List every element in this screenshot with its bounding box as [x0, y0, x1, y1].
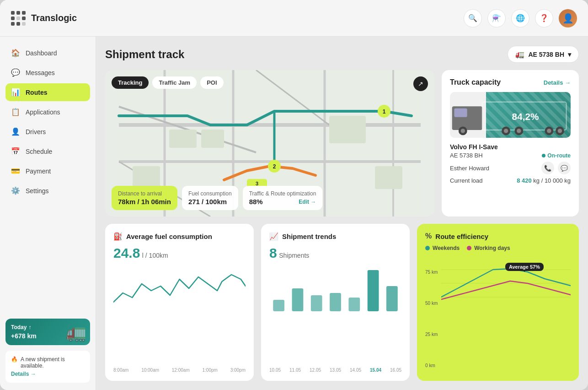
map-tab-poi[interactable]: POI	[200, 76, 223, 89]
truck-silhouette-icon: 🚛	[66, 323, 86, 342]
svg-text:84,2%: 84,2%	[512, 111, 539, 122]
fuel-chart	[113, 265, 246, 361]
driver-row: Esther Howard 📞 💬	[450, 160, 571, 176]
svg-rect-36	[273, 300, 284, 311]
sidebar-item-messages[interactable]: 💬 Messages	[5, 64, 90, 81]
fire-icon: 🔥	[11, 356, 18, 363]
truck-visual: 84,2%	[450, 92, 571, 138]
truck-plate: AE 5738 BH	[450, 152, 483, 159]
x-label-0: 8:00am	[113, 368, 128, 373]
traffic-card: Traffic & Route optimization 88% Edit →	[243, 186, 323, 210]
sidebar-label-payment: Payment	[26, 168, 51, 175]
truck-capacity-title: Truck capacity	[450, 78, 501, 87]
shipment-card-header: 📈 Shipment trends	[269, 232, 401, 241]
app-name: Translogic	[31, 13, 77, 23]
topbar-actions: 🔍 ⚗️ 🌐 ❓ 👤	[464, 9, 577, 27]
route-card-header: % Route efficiency	[425, 232, 571, 240]
new-shipment-details[interactable]: Details →	[11, 371, 85, 377]
sidebar-item-settings[interactable]: ⚙️ Settings	[5, 182, 90, 200]
phone-button[interactable]: 📞	[541, 162, 554, 174]
truck-capacity-panel: Truck capacity Details →	[442, 70, 579, 217]
search-button[interactable]: 🔍	[464, 9, 482, 27]
map-tab-tracking[interactable]: Tracking	[112, 76, 149, 89]
sidebar: 🏠 Dashboard 💬 Messages 📊 Routes 📋 Applic…	[0, 37, 96, 390]
map-tab-traffic[interactable]: Traffic Jam	[152, 76, 197, 89]
drivers-icon: 👤	[11, 127, 20, 136]
vehicle-selector[interactable]: 🚛 AE 5738 BH ▾	[508, 46, 579, 63]
max-load: 10 000	[545, 177, 563, 184]
main-content: Shipment track 🚛 AE 5738 BH ▾	[96, 37, 588, 390]
fuel-consumption-card: Fuel consumption 271 / 100km	[182, 186, 238, 210]
truck-icon: 🚛	[515, 50, 524, 59]
schedule-icon: 📅	[11, 147, 20, 156]
messages-icon: 💬	[11, 68, 20, 77]
fuel-icon: ⛽	[113, 232, 123, 241]
payment-icon: 💳	[11, 167, 20, 175]
shipment-chart	[269, 265, 401, 361]
load-unit-2: kg	[564, 177, 571, 184]
edit-link[interactable]: Edit →	[299, 199, 316, 205]
truck-details-link[interactable]: Details →	[544, 79, 571, 86]
load-label: Current load	[450, 177, 483, 184]
settings-icon: ⚙️	[11, 186, 20, 195]
sidebar-item-applications[interactable]: 📋 Applications	[5, 103, 90, 121]
workdays-label: Working days	[474, 245, 510, 251]
shipment-icon: 📈	[269, 232, 278, 241]
svg-rect-13	[329, 116, 366, 143]
avg-tooltip: Average 57%	[505, 263, 544, 271]
fuel-unit: l / 100km	[142, 252, 168, 259]
map-expand-button[interactable]: ↗	[413, 76, 428, 91]
shipment-title: Shipment trends	[282, 233, 336, 240]
map-info-cards: Distance to arrival 78km / 1h 06min Fuel…	[112, 186, 428, 210]
route-chart-container: Average 57% 75 km 50 km 25 km 0 km	[425, 256, 571, 373]
status-text: On-route	[547, 152, 571, 159]
sidebar-item-dashboard[interactable]: 🏠 Dashboard	[5, 44, 90, 62]
sidebar-item-routes[interactable]: 📊 Routes	[5, 83, 90, 101]
svg-rect-38	[311, 295, 322, 311]
route-efficiency-card: % Route efficiency Weekends Working days	[417, 224, 579, 381]
sidebar-item-drivers[interactable]: 👤 Drivers	[5, 123, 90, 141]
s-x-3: 13.05	[330, 368, 341, 373]
message-button[interactable]: 💬	[558, 162, 571, 174]
main-row: 1 2 3 Tracking Traffic Jam POI	[105, 70, 579, 217]
sidebar-item-schedule[interactable]: 📅 Schedule	[5, 142, 90, 160]
truck-info: Volvo FH I-Save AE 5738 BH On-route Esth…	[450, 143, 571, 185]
driver-name: Esther Howard	[450, 165, 489, 172]
sidebar-label-applications: Applications	[26, 108, 60, 116]
chevron-down-icon: ▾	[568, 51, 571, 58]
shipment-count-row: 8 Shipments	[269, 245, 401, 261]
legend-workdays: Working days	[467, 245, 510, 251]
globe-button[interactable]: 🌐	[511, 9, 529, 27]
svg-text:1: 1	[383, 108, 386, 115]
fuel-card-header: ⛽ Average fuel consumption	[113, 232, 246, 241]
filter-button[interactable]: ⚗️	[487, 9, 506, 27]
load-row: Current load 8 420 kg / 10 000 kg	[450, 176, 571, 185]
svg-rect-11	[169, 130, 197, 148]
svg-point-34	[558, 129, 562, 133]
svg-rect-12	[201, 130, 224, 148]
svg-rect-40	[348, 298, 360, 311]
distance-card: Distance to arrival 78km / 1h 06min	[112, 186, 177, 210]
shipment-card: 📈 Shipment trends 8 Shipments	[261, 224, 410, 381]
route-legend: Weekends Working days	[425, 245, 571, 251]
load-value: 8 420 kg / 10 000 kg	[517, 177, 571, 184]
svg-rect-42	[386, 286, 398, 311]
fuel-value-row: 24.8 l / 100km	[113, 245, 246, 261]
s-x-0: 10.05	[269, 368, 281, 373]
legend-weekends: Weekends	[425, 245, 460, 251]
app-window: Translogic 🔍 ⚗️ 🌐 ❓ 👤 🏠 Dashboard 💬 Mess…	[0, 0, 588, 390]
vehicle-id: AE 5738 BH	[528, 51, 564, 58]
svg-rect-39	[330, 293, 341, 311]
sidebar-item-payment[interactable]: 💳 Payment	[5, 162, 90, 180]
svg-rect-37	[292, 288, 304, 311]
map-container: 1 2 3 Tracking Traffic Jam POI	[105, 70, 434, 217]
sidebar-label-settings: Settings	[26, 187, 49, 195]
workdays-dot	[467, 246, 471, 250]
sidebar-label-messages: Messages	[26, 69, 55, 76]
user-avatar[interactable]: 👤	[559, 9, 577, 27]
svg-rect-41	[368, 270, 379, 311]
help-button[interactable]: ❓	[535, 9, 553, 27]
today-card[interactable]: Today ↑ +678 km 🚛	[5, 319, 90, 345]
s-x-2: 12.05	[310, 368, 321, 373]
y-axis-labels: 75 km 50 km 25 km 0 km	[425, 270, 438, 368]
